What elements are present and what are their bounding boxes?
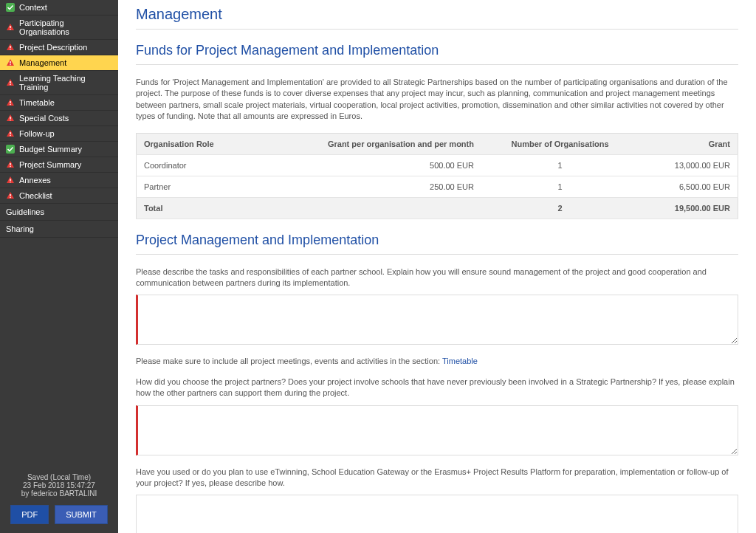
svg-rect-3 [10,46,10,48]
check-icon [6,145,15,154]
cell-grant-per [255,197,481,219]
submit-button[interactable]: SUBMIT [55,505,108,524]
timetable-note: Please make sure to include all project … [136,356,738,367]
pmi-heading: Project Management and Implementation [136,233,738,248]
saved-time: 23 Feb 2018 15:47:27 [3,481,115,489]
funds-heading: Funds for Project Management and Impleme… [136,43,738,58]
svg-rect-2 [10,29,10,30]
svg-rect-6 [10,64,10,65]
sidebar-item-budget-summary[interactable]: Budget Summary [0,142,118,157]
warning-icon [6,78,15,87]
warning-icon [6,191,15,200]
cell-grant: 19,500.00 EUR [639,197,738,219]
sidebar-item-special-costs[interactable]: Special Costs [0,111,118,126]
saved-label: Saved (Local Time) [3,473,115,481]
cell-num-org: 2 [481,197,639,219]
timetable-link[interactable]: Timetable [442,357,478,365]
sidebar-item-participating-organisations[interactable]: Participating Organisations [0,16,118,40]
table-row: Coordinator500.00 EUR113,000.00 EUR [137,154,738,176]
svg-rect-15 [6,145,15,154]
cell-role: Coordinator [137,154,256,176]
table-row-total: Total219,500.00 EUR [137,197,738,219]
cell-num-org: 1 [481,176,639,197]
sidebar-item-context[interactable]: Context [0,0,118,16]
cell-grant: 6,500.00 EUR [639,176,738,197]
cell-role: Total [137,197,256,219]
funds-intro: Funds for 'Project Management and Implem… [136,77,738,123]
pdf-button[interactable]: PDF [10,505,49,524]
sidebar-item-follow-up[interactable]: Follow-up [0,126,118,142]
sidebar-item-sharing[interactable]: Sharing [0,221,118,238]
svg-rect-13 [10,132,10,134]
th-num-org: Number of Organisations [481,133,639,154]
nav-secondary: GuidelinesSharing [0,204,118,238]
svg-rect-1 [10,26,10,28]
svg-rect-14 [10,135,10,136]
cell-grant-per: 250.00 EUR [255,176,481,197]
svg-rect-4 [10,49,10,49]
th-grant-per: Grant per organisation and per month [255,133,481,154]
sidebar-item-label: Management [19,58,66,67]
sidebar-item-label: Context [19,3,47,12]
sidebar-footer: Saved (Local Time) 23 Feb 2018 15:47:27 … [0,467,118,533]
svg-rect-12 [10,120,10,120]
sidebar-item-guidelines[interactable]: Guidelines [0,204,118,221]
th-role: Organisation Role [137,133,256,154]
sidebar-item-project-summary[interactable]: Project Summary [0,157,118,173]
check-icon [6,3,15,12]
divider [136,254,738,255]
sidebar-item-project-description[interactable]: Project Description [0,40,118,55]
sidebar-item-label: Project Summary [19,160,81,169]
cell-role: Partner [137,176,256,197]
answer-3[interactable] [136,495,738,533]
page-title: Management [136,6,738,23]
sidebar-item-label: Follow-up [19,129,55,138]
cell-num-org: 1 [481,154,639,176]
warning-icon [6,114,15,123]
th-grant: Grant [639,133,738,154]
note-prefix: Please make sure to include all project … [136,357,442,365]
svg-rect-18 [10,179,10,181]
warning-icon [6,58,15,67]
sidebar-item-label: Learning Teaching Training [19,74,112,92]
question-3: Have you used or do you plan to use eTwi… [136,467,738,489]
svg-rect-5 [10,61,10,63]
question-2: How did you choose the project partners?… [136,376,738,399]
sidebar-item-learning-teaching-training[interactable]: Learning Teaching Training [0,71,118,95]
divider [136,64,738,65]
svg-rect-16 [10,163,10,165]
sidebar-item-timetable[interactable]: Timetable [0,95,118,111]
answer-1[interactable] [136,295,738,345]
svg-rect-21 [10,197,10,198]
sidebar-item-label: Project Description [19,43,87,52]
sidebar-item-label: Timetable [19,98,55,107]
warning-icon [6,160,15,169]
divider [136,29,738,30]
sidebar-item-label: Checklist [19,191,52,200]
svg-rect-10 [10,104,10,105]
question-1: Please describe the tasks and responsibi… [136,266,738,289]
svg-rect-17 [10,166,10,167]
svg-rect-8 [10,84,10,85]
warning-icon [6,129,15,138]
saved-by: by federico BARTALINI [3,489,115,498]
svg-rect-9 [10,101,10,103]
cell-grant-per: 500.00 EUR [255,154,481,176]
sidebar-item-label: Participating Organisations [19,18,112,36]
svg-rect-20 [10,194,10,196]
answer-2[interactable] [136,405,738,455]
sidebar-item-management[interactable]: Management [0,55,118,71]
sidebar-item-label: Special Costs [19,114,69,123]
sidebar-item-annexes[interactable]: Annexes [0,173,118,188]
svg-rect-19 [10,182,10,182]
warning-icon [6,23,15,32]
warning-icon [6,98,15,107]
cell-grant: 13,000.00 EUR [639,154,738,176]
sidebar-item-checklist[interactable]: Checklist [0,188,118,204]
svg-rect-7 [10,81,10,83]
table-row: Partner250.00 EUR16,500.00 EUR [137,176,738,197]
funds-table: Organisation Role Grant per organisation… [136,133,738,219]
sidebar: ContextParticipating OrganisationsProjec… [0,0,118,533]
main-content: Management Funds for Project Management … [118,0,756,533]
warning-icon [6,43,15,52]
